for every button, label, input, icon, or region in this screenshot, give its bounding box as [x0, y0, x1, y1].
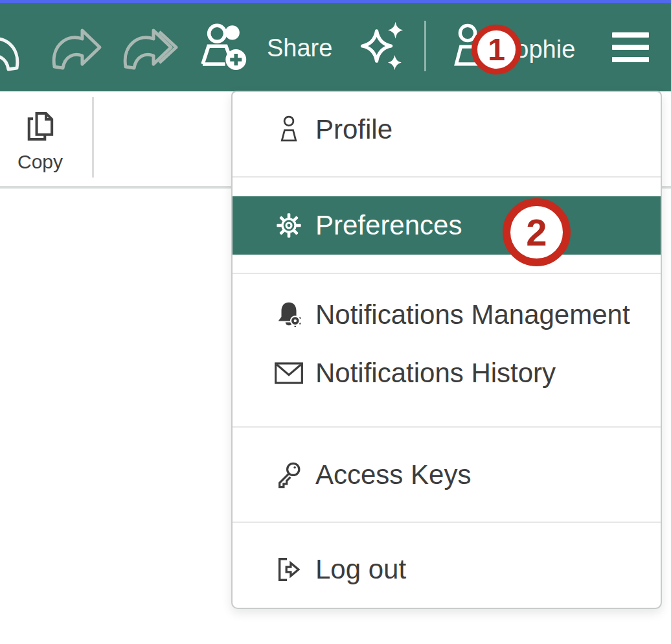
menu-divider: [233, 273, 661, 274]
app-toolbar: Share Sophie: [0, 3, 671, 91]
menu-divider: [233, 176, 661, 178]
bell-gear-icon: [274, 300, 304, 330]
toolbar-divider: [424, 21, 426, 71]
redo-all-icon: [117, 20, 181, 72]
undo-button[interactable]: [0, 21, 26, 76]
menu-item-logout[interactable]: Log out: [233, 540, 661, 599]
copy-button-label: Copy: [17, 151, 63, 173]
copy-button[interactable]: Copy: [8, 100, 73, 178]
share-button-label[interactable]: Share: [267, 34, 332, 62]
menu-item-label: Notifications History: [315, 358, 556, 389]
menu-item-label: Log out: [315, 554, 406, 585]
envelope-icon: [274, 358, 304, 388]
annotation-step-2-number: 2: [526, 211, 547, 254]
undo-icon: [0, 21, 26, 73]
menu-item-label: Access Keys: [315, 459, 471, 490]
annotation-step-2-badge: 2: [503, 198, 571, 266]
share-icon: [198, 21, 254, 75]
menu-item-notifications-history[interactable]: Notifications History: [233, 344, 661, 402]
menu-item-profile[interactable]: Profile: [233, 100, 661, 159]
menu-item-label: Profile: [315, 114, 392, 145]
person-icon: [274, 115, 304, 144]
window-accent-strip: [0, 0, 671, 3]
annotation-step-1-number: 1: [488, 32, 505, 67]
menu-item-label: Preferences: [315, 210, 462, 241]
menu-item-access-keys[interactable]: Access Keys: [233, 446, 661, 504]
copy-icon: [21, 106, 59, 147]
assistant-button[interactable]: [360, 18, 407, 76]
ribbon-divider: [92, 97, 94, 178]
menu-divider: [233, 522, 661, 523]
share-button[interactable]: [198, 21, 254, 77]
menu-item-preferences[interactable]: Preferences: [233, 196, 661, 255]
redo-icon: [45, 20, 102, 72]
logout-icon: [274, 555, 304, 584]
sparkles-icon: [360, 18, 407, 74]
user-dropdown-menu: Profile Preferences: [231, 91, 662, 609]
gear-icon: [274, 211, 304, 240]
redo-all-button[interactable]: [117, 20, 181, 75]
menu-item-label: Notifications Management: [315, 299, 630, 330]
annotation-step-1-badge: 1: [472, 25, 521, 75]
menu-item-notifications-management[interactable]: Notifications Management: [233, 286, 661, 344]
hamburger-menu-icon: [612, 32, 649, 38]
redo-button[interactable]: [45, 20, 102, 75]
key-icon: [274, 460, 304, 490]
main-menu-button[interactable]: [612, 32, 649, 62]
menu-divider: [233, 426, 661, 428]
